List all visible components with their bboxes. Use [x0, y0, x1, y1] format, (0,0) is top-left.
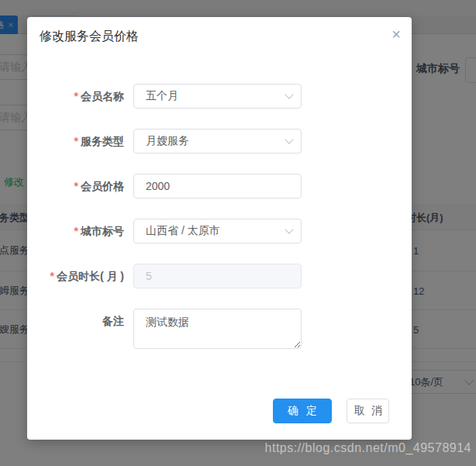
city-code-select[interactable]: 山西省 / 太原市	[133, 219, 302, 243]
cancel-button[interactable]: 取 消	[347, 399, 389, 423]
edit-price-dialog: 修改服务会员价格 × *会员名称 五个月 *服务类型 月嫂服务	[27, 17, 412, 440]
member-name-label: 会员名称	[81, 90, 124, 102]
form-row-service-type: *服务类型 月嫂服务	[27, 129, 412, 154]
form-row-member-duration: *会员时长( 月 )	[27, 264, 412, 288]
member-price-input[interactable]	[133, 174, 302, 198]
dialog-footer: 确 定 取 消	[273, 399, 389, 423]
required-mark: *	[74, 135, 78, 147]
member-name-select[interactable]: 五个月	[133, 84, 302, 109]
member-duration-input	[133, 264, 302, 288]
city-code-value: 山西省 / 太原市	[146, 224, 220, 238]
service-type-label: 服务类型	[81, 135, 124, 147]
required-mark: *	[50, 270, 53, 282]
screen: 价格 × 请输入 请输入 城市标号 修改 服务类型 时长(月) 钟点服务 1	[0, 0, 476, 466]
form-row-remark: 备注 测试数据	[27, 309, 412, 349]
form-row-city-code: *城市标号 山西省 / 太原市	[27, 219, 412, 243]
close-icon[interactable]: ×	[391, 26, 401, 42]
remark-label: 备注	[102, 315, 124, 327]
required-mark: *	[74, 180, 78, 192]
form-row-member-price: *会员价格	[27, 174, 412, 198]
service-type-value: 月嫂服务	[146, 134, 189, 148]
dialog-title: 修改服务会员价格	[40, 29, 139, 45]
member-duration-label: 会员时长( 月 )	[57, 270, 124, 282]
member-price-label: 会员价格	[81, 180, 124, 192]
required-mark: *	[74, 225, 78, 237]
city-code-label: 城市标号	[81, 225, 124, 237]
member-name-value: 五个月	[146, 89, 178, 103]
watermark-text: https://blog.csdn.net/m0_49578914	[265, 441, 471, 455]
service-type-select[interactable]: 月嫂服务	[133, 129, 302, 154]
edit-price-form: *会员名称 五个月 *服务类型 月嫂服务 *会员价格	[27, 84, 412, 369]
confirm-button[interactable]: 确 定	[273, 399, 332, 423]
form-row-member-name: *会员名称 五个月	[27, 84, 412, 109]
remark-textarea[interactable]: 测试数据	[133, 309, 302, 349]
required-mark: *	[74, 90, 78, 102]
